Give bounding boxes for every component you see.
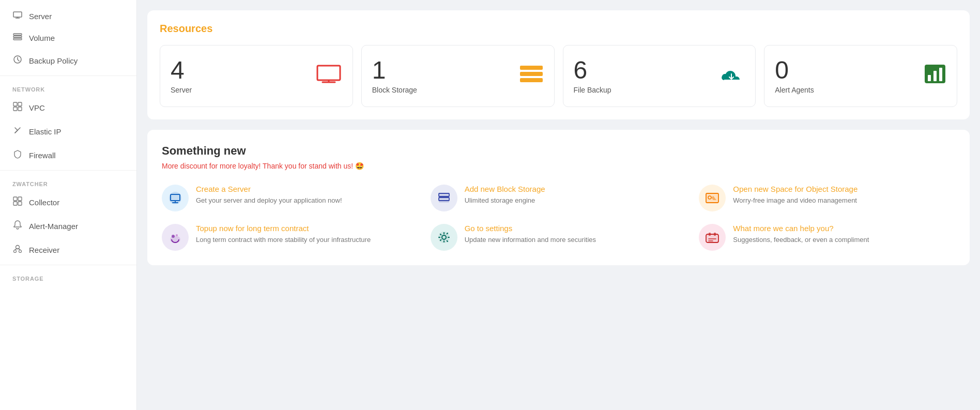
sidebar-label-alert-manager: Alert-Manager — [29, 222, 78, 231]
alert-agents-count: 0 — [775, 58, 814, 83]
svg-rect-3 — [13, 34, 22, 35]
svg-point-40 — [176, 234, 178, 236]
svg-rect-22 — [520, 72, 543, 76]
block-storage-count: 1 — [372, 58, 417, 83]
sidebar-label-elastic-ip: Elastic IP — [29, 127, 62, 136]
backup-policy-icon — [12, 55, 23, 66]
something-new-section: Something new More discount for more loy… — [147, 130, 970, 265]
resource-tile-server[interactable]: 4 Server — [160, 45, 353, 107]
sidebar-item-vpc[interactable]: VPC — [0, 96, 136, 119]
help-item-desc: Suggestions, feedback, or even a complim… — [733, 235, 869, 245]
alert-agents-tile-icon — [924, 64, 946, 89]
svg-point-39 — [172, 235, 175, 238]
svg-rect-7 — [13, 102, 17, 106]
help-icon — [699, 224, 726, 251]
block-storage-icon — [431, 185, 457, 211]
sidebar-label-backup-policy: Backup Policy — [29, 56, 78, 65]
sidebar-label-volume: Volume — [29, 34, 55, 42]
network-section-label: NETWORK — [0, 79, 136, 96]
new-item-settings[interactable]: Go to settings Update new information an… — [431, 224, 687, 251]
zwatcher-section-label: ZWATCHER — [0, 174, 136, 190]
new-item-create-server[interactable]: Create a Server Get your server and depl… — [162, 185, 418, 211]
resource-tile-file-backup[interactable]: 6 File Backup — [563, 45, 756, 107]
svg-point-17 — [14, 250, 17, 253]
volume-icon — [12, 33, 23, 42]
firewall-icon — [12, 149, 23, 161]
block-storage-item-title: Add new Block Storage — [465, 185, 545, 193]
resources-section: Resources 4 Server 1 — [147, 10, 970, 119]
promo-text: More discount for more loyalty! Thank yo… — [162, 162, 955, 170]
new-item-object-storage[interactable]: Open new Space for Object Storage Worry-… — [699, 185, 955, 211]
svg-rect-0 — [13, 12, 22, 17]
help-item-title: What more we can help you? — [733, 224, 869, 233]
receiver-icon — [12, 244, 23, 255]
sidebar-label-vpc: VPC — [29, 103, 45, 112]
divider-zwatcher — [0, 170, 136, 171]
sidebar-item-collector[interactable]: Collector — [0, 190, 136, 214]
sidebar-item-alert-manager[interactable]: Alert-Manager — [0, 214, 136, 238]
svg-rect-10 — [18, 107, 22, 111]
alert-manager-icon — [12, 220, 23, 232]
resources-title: Resources — [160, 23, 957, 35]
svg-rect-5 — [13, 38, 22, 40]
svg-rect-46 — [714, 233, 716, 236]
block-storage-tile-icon — [519, 64, 544, 89]
svg-rect-12 — [18, 197, 22, 201]
resource-tile-block-storage[interactable]: 1 Block Storage — [361, 45, 555, 107]
sidebar-label-server: Server — [29, 12, 52, 21]
collector-icon — [12, 196, 23, 208]
new-item-block-storage[interactable]: Add new Block Storage Ulimited storage e… — [431, 185, 687, 211]
create-server-title: Create a Server — [196, 185, 342, 193]
svg-rect-14 — [18, 202, 22, 205]
topup-item-title: Topup now for long term contract — [196, 224, 371, 233]
svg-rect-45 — [709, 233, 711, 236]
svg-rect-27 — [939, 68, 942, 81]
server-tile-icon — [315, 64, 342, 89]
resource-tiles: 4 Server 1 Block Storage — [160, 45, 957, 107]
resource-tile-alert-agents[interactable]: 0 Alert Agents — [764, 45, 957, 107]
sidebar-item-backup-policy[interactable]: Backup Policy — [0, 49, 136, 72]
settings-item-title: Go to settings — [465, 224, 596, 233]
new-item-help[interactable]: What more we can help you? Suggestions, … — [699, 224, 955, 251]
topup-icon — [162, 224, 189, 251]
sidebar-label-receiver: Receiver — [29, 246, 59, 254]
sidebar-item-volume[interactable]: Volume — [0, 27, 136, 49]
sidebar-label-collector: Collector — [29, 198, 59, 207]
server-count: 4 — [171, 58, 192, 83]
block-storage-item-desc: Ulimited storage engine — [465, 195, 545, 206]
topup-item-desc: Long term contract with more stability o… — [196, 235, 371, 245]
server-label: Server — [171, 86, 192, 94]
svg-rect-23 — [520, 78, 543, 82]
file-backup-count: 6 — [574, 58, 611, 83]
object-storage-item-title: Open new Space for Object Storage — [733, 185, 858, 193]
divider-storage — [0, 265, 136, 265]
server-icon — [12, 11, 23, 21]
something-new-title: Something new — [162, 144, 955, 158]
new-item-topup[interactable]: Topup now for long term contract Long te… — [162, 224, 418, 251]
object-storage-item-desc: Worry-free image and video management — [733, 195, 858, 206]
vpc-icon — [12, 102, 23, 113]
file-backup-label: File Backup — [574, 86, 611, 94]
svg-rect-8 — [18, 102, 22, 106]
sidebar-label-firewall: Firewall — [29, 151, 56, 160]
svg-rect-32 — [439, 193, 449, 203]
sidebar-item-receiver[interactable]: Receiver — [0, 238, 136, 262]
file-backup-tile-icon — [720, 64, 745, 89]
new-items-grid: Create a Server Get your server and depl… — [162, 185, 955, 251]
sidebar-item-server[interactable]: Server — [0, 5, 136, 27]
sidebar-item-elastic-ip[interactable]: Elastic IP — [0, 119, 136, 143]
settings-icon — [431, 224, 457, 251]
svg-rect-9 — [13, 107, 17, 111]
svg-rect-13 — [13, 202, 17, 205]
storage-section-label: STORAGE — [0, 268, 136, 285]
svg-point-16 — [19, 250, 22, 253]
sidebar-item-firewall[interactable]: Firewall — [0, 143, 136, 167]
create-server-icon — [162, 185, 189, 211]
svg-rect-26 — [933, 71, 937, 81]
alert-agents-label: Alert Agents — [775, 86, 814, 94]
divider-network — [0, 75, 136, 76]
sidebar: Server Volume Backup Policy NETWORK VPC … — [0, 0, 137, 410]
create-server-desc: Get your server and deploy your applicat… — [196, 195, 342, 206]
elastic-ip-icon — [12, 126, 23, 137]
main-content: Resources 4 Server 1 — [137, 0, 980, 410]
